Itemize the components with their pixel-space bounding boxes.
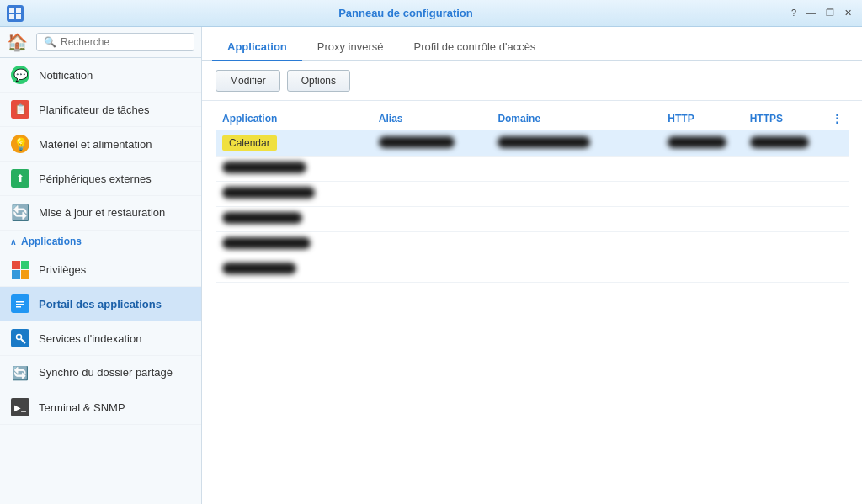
tab-application[interactable]: Application xyxy=(212,34,302,61)
table-container: Application Alias Domaine HTTP HTTPS ⋮ C… xyxy=(202,101,862,504)
cell-application xyxy=(216,182,372,207)
question-btn[interactable]: ? xyxy=(788,8,800,19)
app-icon xyxy=(7,5,24,22)
toolbar: Modifier Options xyxy=(202,61,862,101)
tab-profil[interactable]: Profil de contrôle d'accès xyxy=(399,34,551,61)
col-application: Application xyxy=(216,108,372,130)
sidebar-item-label: Terminal & SNMP xyxy=(39,401,125,414)
minimize-btn[interactable]: — xyxy=(803,8,819,19)
calendar-badge: Calendar xyxy=(222,135,277,151)
portail-icon xyxy=(10,294,30,314)
sidebar-item-miseajour[interactable]: 🔄 Mise à jour et restauration xyxy=(0,196,201,231)
svg-rect-3 xyxy=(16,14,21,19)
sidebar-item-portail[interactable]: Portail des applications xyxy=(0,287,201,321)
peripheriques-icon: ⬆ xyxy=(10,168,30,188)
search-input[interactable] xyxy=(61,36,187,48)
svg-rect-0 xyxy=(9,8,14,13)
titlebar: Panneau de configuration ? — ❐ ✕ xyxy=(0,0,862,27)
sidebar-item-label: Synchro du dossier partagé xyxy=(39,366,173,380)
cell-more xyxy=(825,130,849,157)
sidebar-item-label: Portail des applications xyxy=(39,298,162,310)
close-btn[interactable]: ✕ xyxy=(841,8,855,19)
blurred-value xyxy=(222,187,315,199)
sidebar-item-planificateur[interactable]: 📋 Planificateur de tâches xyxy=(0,93,201,127)
blurred-value xyxy=(379,136,455,148)
svg-rect-5 xyxy=(16,301,24,303)
sidebar-item-terminal[interactable]: ▶_ Terminal & SNMP xyxy=(0,390,201,425)
sidebar-item-label: Matériel et alimentation xyxy=(39,138,152,151)
svg-rect-7 xyxy=(16,306,21,308)
blurred-value xyxy=(222,263,296,274)
notification-icon: 💬 xyxy=(10,65,30,85)
content-area: Application Proxy inversé Profil de cont… xyxy=(202,27,862,504)
planificateur-icon: 📋 xyxy=(10,99,30,119)
sidebar-item-materiel[interactable]: 💡 Matériel et alimentation xyxy=(0,127,201,162)
cell-domaine xyxy=(491,157,661,182)
sidebar-item-label: Périphériques externes xyxy=(39,172,152,185)
cell-http xyxy=(661,130,742,157)
sidebar-item-privileges[interactable]: Privilèges xyxy=(0,252,201,287)
table-row[interactable] xyxy=(216,257,849,283)
cell-https xyxy=(743,157,825,182)
cell-application xyxy=(216,157,372,182)
table-row[interactable] xyxy=(216,182,849,207)
cell-http xyxy=(661,157,742,182)
svg-rect-1 xyxy=(16,8,21,13)
svg-line-12 xyxy=(21,339,24,342)
window-title: Panneau de configuration xyxy=(24,7,788,19)
sidebar-item-synchro[interactable]: 🔄 Synchro du dossier partagé xyxy=(0,356,201,390)
blurred-value xyxy=(750,136,809,148)
tab-proxy[interactable]: Proxy inversé xyxy=(302,34,399,61)
col-more: ⋮ xyxy=(825,108,849,130)
table-row[interactable] xyxy=(216,157,849,182)
table-header-row: Application Alias Domaine HTTP HTTPS ⋮ xyxy=(216,108,849,130)
cell-alias xyxy=(372,130,492,157)
cell-application xyxy=(216,207,372,232)
maximize-btn[interactable]: ❐ xyxy=(822,8,838,19)
section-label: Applications xyxy=(21,236,82,247)
sidebar-item-notification[interactable]: 💬 Notification xyxy=(0,58,201,93)
sidebar: 🏠 🔍 💬 Notification 📋 Planificateur de tâ… xyxy=(0,27,202,504)
indexation-icon xyxy=(10,328,30,348)
tab-bar: Application Proxy inversé Profil de cont… xyxy=(202,27,862,61)
miseajour-icon: 🔄 xyxy=(10,203,30,223)
blurred-value xyxy=(222,237,311,249)
sidebar-item-peripheriques[interactable]: ⬆ Périphériques externes xyxy=(0,162,201,196)
cell-application xyxy=(216,232,372,257)
materiel-icon: 💡 xyxy=(10,134,30,154)
modifier-button[interactable]: Modifier xyxy=(216,70,280,92)
privileges-icon xyxy=(10,259,30,279)
blurred-value xyxy=(668,136,726,148)
col-https: HTTPS xyxy=(743,108,825,130)
chevron-icon: ∧ xyxy=(10,237,16,247)
col-alias: Alias xyxy=(372,108,492,130)
svg-rect-2 xyxy=(9,14,14,19)
table-row[interactable] xyxy=(216,207,849,232)
blurred-value xyxy=(498,136,590,148)
section-applications[interactable]: ∧ Applications xyxy=(0,231,201,252)
sidebar-item-label: Notification xyxy=(39,69,93,82)
svg-rect-6 xyxy=(16,304,24,305)
sidebar-item-label: Mise à jour et restauration xyxy=(39,206,165,220)
col-http: HTTP xyxy=(661,108,742,130)
col-domaine: Domaine xyxy=(491,108,661,130)
search-icon: 🔍 xyxy=(44,36,56,48)
synchro-icon: 🔄 xyxy=(10,363,30,383)
window-controls[interactable]: ? — ❐ ✕ xyxy=(788,8,855,19)
table-row[interactable]: Calendar xyxy=(216,130,849,157)
sidebar-item-indexation[interactable]: Services d'indexation xyxy=(0,321,201,356)
search-box[interactable]: 🔍 xyxy=(36,33,194,51)
cell-domaine xyxy=(491,130,661,157)
blurred-value xyxy=(222,162,306,173)
main-container: 🏠 🔍 💬 Notification 📋 Planificateur de tâ… xyxy=(0,27,862,504)
sidebar-item-label: Services d'indexation xyxy=(39,332,141,345)
cell-application: Calendar xyxy=(216,130,372,157)
options-button[interactable]: Options xyxy=(287,70,350,92)
home-button[interactable]: 🏠 xyxy=(7,32,28,52)
cell-application xyxy=(216,257,372,283)
terminal-icon: ▶_ xyxy=(10,397,30,417)
table-row[interactable] xyxy=(216,232,849,257)
sidebar-item-label: Privilèges xyxy=(39,263,86,276)
blurred-value xyxy=(222,212,302,224)
cell-alias xyxy=(372,157,492,182)
